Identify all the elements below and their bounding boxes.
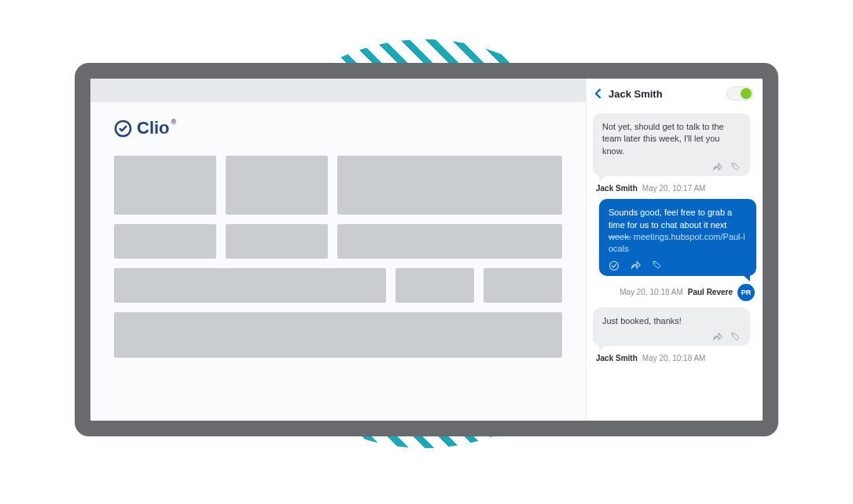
message-meta: Jack Smith May 20, 10:17 AM [594, 184, 755, 193]
sender-name: Paul Revere [688, 288, 733, 296]
screen: Clio ® [90, 79, 763, 421]
message-text: Not yet, should get to talk to the team … [602, 121, 741, 157]
message-bubble-incoming: Not yet, should get to talk to the team … [593, 113, 750, 176]
forward-icon[interactable] [631, 260, 641, 271]
placeholder-tile [337, 156, 562, 215]
back-chevron-icon[interactable] [594, 88, 602, 99]
brand-logo: Clio ® [114, 118, 562, 138]
svg-point-2 [609, 261, 618, 270]
placeholder-tile [114, 312, 562, 358]
placeholder-tile [226, 156, 328, 215]
message-thread: Not yet, should get to talk to the team … [586, 110, 763, 421]
placeholder-grid [114, 156, 562, 358]
chat-header: Jack Smith [586, 79, 763, 110]
message-timestamp: May 20, 10:18 AM [620, 288, 683, 296]
brand-reg-mark: ® [171, 118, 177, 126]
brand-name: Clio [137, 118, 170, 138]
message-text: Just booked, thanks! [602, 315, 741, 327]
placeholder-tile [483, 268, 562, 303]
placeholder-tile [395, 268, 474, 303]
message-bubble-incoming: Just booked, thanks! [593, 307, 750, 346]
tag-icon[interactable] [730, 162, 741, 171]
clio-logo-icon [114, 120, 132, 138]
placeholder-tile [337, 224, 562, 259]
tag-icon[interactable] [730, 332, 741, 341]
message-meta: May 20, 10:18 AM Paul Revere PR [594, 284, 755, 301]
tag-icon[interactable] [652, 260, 662, 271]
sender-avatar: PR [737, 284, 755, 301]
message-struck-text: week. [608, 232, 631, 241]
message-meta: Jack Smith May 20, 10:18 AM [594, 354, 755, 362]
svg-point-3 [655, 263, 656, 264]
status-toggle[interactable] [726, 86, 753, 101]
main-area: Clio ® [90, 79, 586, 421]
svg-point-4 [734, 334, 735, 336]
check-circle-icon[interactable] [608, 260, 620, 271]
sender-name: Jack Smith [596, 354, 638, 362]
message-timestamp: May 20, 10:17 AM [642, 184, 706, 193]
sender-name: Jack Smith [596, 184, 638, 193]
chat-contact-name: Jack Smith [608, 88, 720, 100]
device-frame: Clio ® [75, 63, 778, 436]
forward-icon[interactable] [712, 162, 722, 171]
svg-point-1 [734, 164, 735, 166]
message-text: Sounds good, feel free to grab a time fo… [608, 207, 747, 256]
forward-icon[interactable] [712, 332, 722, 341]
placeholder-tile [114, 268, 386, 303]
message-bubble-outgoing: Sounds good, feel free to grab a time fo… [599, 199, 756, 276]
message-timestamp: May 20, 10:18 AM [642, 354, 706, 362]
app-top-bar [90, 79, 586, 102]
placeholder-tile [114, 156, 216, 215]
chat-panel: Jack Smith Not yet, should get to talk t… [586, 79, 763, 421]
toggle-knob [741, 88, 752, 99]
placeholder-tile [114, 224, 216, 259]
placeholder-tile [226, 224, 328, 259]
